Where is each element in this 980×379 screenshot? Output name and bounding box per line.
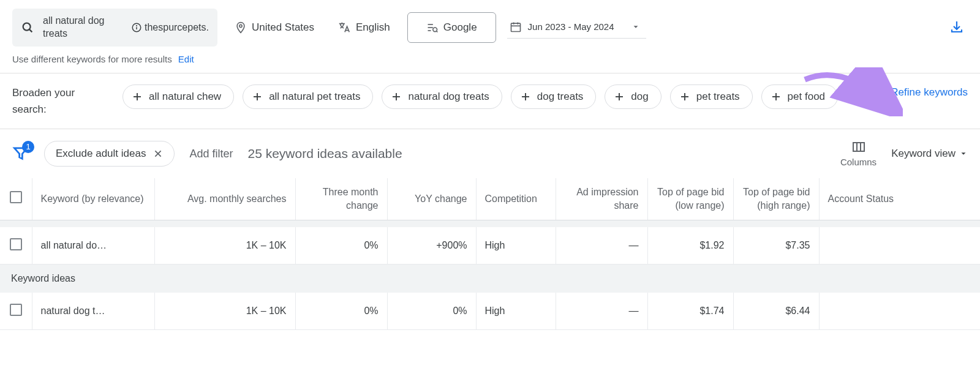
cell-bid-low: $1.92 [647, 227, 733, 265]
table-row[interactable]: all natural do… 1K – 10K 0% +900% High —… [0, 227, 980, 265]
location-label: United States [252, 21, 314, 34]
cell-avg: 1K – 10K [154, 227, 295, 265]
plus-icon [614, 91, 625, 102]
chip-label: pet treats [696, 91, 740, 103]
plus-icon [252, 91, 263, 102]
columns-icon [851, 140, 867, 155]
cell-status [819, 227, 980, 265]
svg-point-5 [239, 24, 242, 27]
table-header-row: Keyword (by relevance) Avg. monthly sear… [0, 178, 980, 220]
row-checkbox[interactable] [0, 227, 32, 265]
cell-competition: High [476, 293, 556, 330]
plus-icon [132, 91, 143, 102]
language-label: English [356, 21, 390, 34]
svg-point-0 [23, 23, 31, 31]
cell-yoy: 0% [387, 293, 476, 330]
section-header: Keyword ideas [0, 265, 980, 293]
add-filter-button[interactable]: Add filter [189, 148, 233, 160]
cell-keyword: natural dog t… [32, 293, 154, 330]
broaden-chip[interactable]: all natural pet treats [243, 84, 373, 109]
header-keyword[interactable]: Keyword (by relevance) [32, 178, 154, 220]
plus-icon [520, 91, 531, 102]
date-range-selector[interactable]: Jun 2023 - May 2024 [507, 17, 646, 39]
cell-bid-low: $1.74 [647, 293, 733, 330]
filter-count-badge: 1 [22, 141, 34, 153]
language-selector[interactable]: English [331, 17, 396, 38]
chevron-down-icon [959, 149, 968, 158]
cell-competition: High [476, 227, 556, 265]
keywords-table: Keyword (by relevance) Avg. monthly sear… [0, 178, 980, 330]
header-ad-impression[interactable]: Ad impression share [556, 178, 647, 220]
date-range-label: Jun 2023 - May 2024 [528, 21, 614, 32]
plus-icon [391, 91, 402, 102]
cell-yoy: +900% [387, 227, 476, 265]
site-badge[interactable]: thespurcepets. [131, 22, 209, 33]
cell-bid-high: $6.44 [733, 293, 819, 330]
broaden-section: Broaden your search: all natural chew al… [0, 73, 980, 129]
svg-rect-11 [511, 23, 520, 31]
header-competition[interactable]: Competition [476, 178, 556, 220]
cell-ad-impression: — [556, 293, 647, 330]
broaden-chip[interactable]: pet treats [670, 84, 753, 109]
svg-point-9 [433, 28, 437, 32]
exclude-label: Exclude adult ideas [56, 148, 146, 160]
broaden-chips: all natural chew all natural pet treats … [123, 84, 860, 109]
refine-keywords-link[interactable]: Refine keywords [891, 84, 968, 100]
network-icon [426, 21, 439, 34]
search-box[interactable]: all natural dog treats thespurcepets. [12, 9, 217, 47]
table-row[interactable]: natural dog t… 1K – 10K 0% 0% High — $1.… [0, 293, 980, 330]
site-name: thespurcepets. [145, 22, 209, 33]
cell-bid-high: $7.35 [733, 227, 819, 265]
filter-row: 1 Exclude adult ideas Add filter 25 keyw… [0, 129, 980, 178]
search-icon [21, 21, 34, 34]
exclude-filter-chip[interactable]: Exclude adult ideas [44, 141, 175, 167]
svg-line-1 [29, 29, 32, 32]
chip-label: natural dog treats [408, 91, 489, 103]
header-bid-high[interactable]: Top of page bid (high range) [733, 178, 819, 220]
svg-rect-32 [853, 143, 864, 151]
broaden-chip[interactable]: all natural chew [123, 84, 234, 109]
header-three-month[interactable]: Three month change [295, 178, 387, 220]
edit-link[interactable]: Edit [178, 54, 194, 64]
plus-icon [679, 91, 690, 102]
svg-point-4 [137, 26, 137, 26]
network-selector[interactable]: Google [407, 12, 496, 43]
location-icon [235, 21, 247, 34]
header-avg[interactable]: Avg. monthly searches [154, 178, 295, 220]
annotation-arrow [799, 67, 903, 116]
header-account-status[interactable]: Account Status [819, 178, 980, 220]
keyword-view-label: Keyword view [891, 148, 956, 160]
search-query: all natural dog treats [43, 15, 123, 40]
calendar-icon [510, 21, 522, 33]
broaden-chip[interactable]: dog [605, 84, 661, 109]
cell-status [819, 293, 980, 330]
header-yoy[interactable]: YoY change [387, 178, 476, 220]
chip-label: all natural chew [149, 91, 221, 103]
download-icon [949, 20, 964, 34]
plus-icon [771, 91, 782, 102]
chip-label: dog treats [537, 91, 584, 103]
broaden-chip[interactable]: dog treats [511, 84, 597, 109]
chip-label: all natural pet treats [269, 91, 360, 103]
svg-line-10 [436, 31, 437, 32]
broaden-chip[interactable]: natural dog treats [382, 84, 502, 109]
row-checkbox[interactable] [0, 293, 32, 330]
keyword-view-selector[interactable]: Keyword view [891, 148, 968, 160]
header-checkbox[interactable] [0, 178, 32, 220]
translate-icon [337, 21, 351, 34]
cell-keyword: all natural do… [32, 227, 154, 265]
filter-funnel-button[interactable]: 1 [12, 144, 29, 163]
cell-ad-impression: — [556, 227, 647, 265]
close-icon[interactable] [153, 149, 163, 159]
chevron-down-icon [631, 23, 640, 31]
broaden-label: Broaden your search: [12, 84, 104, 118]
top-toolbar: all natural dog treats thespurcepets. Un… [0, 0, 980, 51]
download-button[interactable] [946, 16, 968, 40]
subline-text: Use different keywords for more results [12, 54, 172, 64]
cell-three-month: 0% [295, 293, 387, 330]
header-bid-low[interactable]: Top of page bid (low range) [647, 178, 733, 220]
columns-label: Columns [840, 157, 876, 167]
location-selector[interactable]: United States [228, 18, 320, 37]
columns-button[interactable]: Columns [840, 140, 876, 167]
info-icon [131, 22, 142, 33]
